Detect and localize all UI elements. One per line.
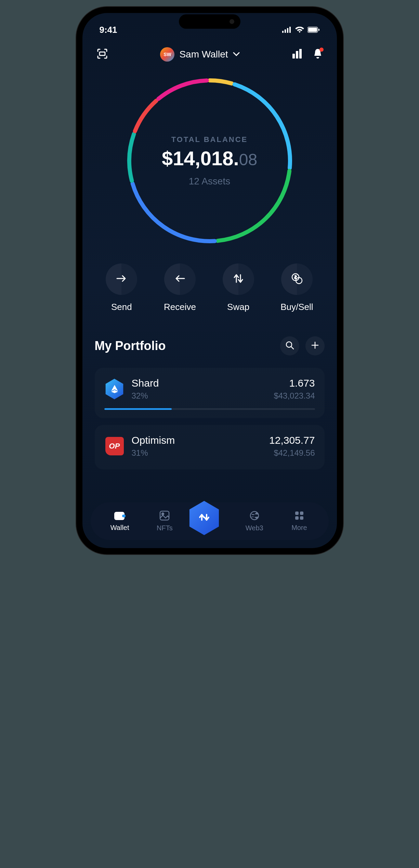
globe-icon	[249, 516, 260, 522]
wallet-name: Sam Wallet	[179, 49, 228, 60]
portfolio-title: My Portfolio	[95, 339, 166, 353]
action-label: Swap	[223, 302, 254, 312]
nav-swap-center[interactable]	[187, 507, 232, 535]
balance-ring: TOTAL BALANCE $14,018.08 12 Assets	[124, 75, 295, 246]
receive-button[interactable]: Receive	[164, 263, 196, 312]
stats-button[interactable]	[291, 48, 302, 61]
svg-point-11	[292, 274, 299, 281]
battery-icon	[307, 25, 320, 35]
action-label: Buy/Sell	[280, 302, 313, 312]
optimism-icon: OP	[104, 436, 125, 456]
asset-name: Shard	[132, 377, 267, 389]
svg-rect-10	[299, 49, 302, 59]
shard-icon	[104, 379, 125, 399]
asset-pct: 32%	[132, 391, 267, 401]
svg-rect-22	[300, 516, 303, 520]
svg-rect-8	[292, 54, 295, 59]
nav-web3[interactable]: Web3	[232, 510, 277, 532]
search-icon	[285, 341, 294, 351]
bottom-nav: Wallet NFTs Web3 More	[91, 502, 329, 540]
add-button[interactable]	[305, 336, 325, 355]
phone-frame: 9:41 SW Sam Wallet	[76, 7, 343, 554]
balance-label: TOTAL BALANCE	[162, 135, 257, 144]
assets-count: 12 Assets	[162, 176, 257, 187]
asset-usd: $42,149.56	[269, 448, 315, 458]
svg-rect-9	[296, 51, 298, 59]
coin-icon	[291, 273, 303, 286]
search-button[interactable]	[280, 336, 299, 355]
svg-rect-15	[122, 515, 126, 517]
swap-center-icon	[197, 510, 211, 526]
action-label: Send	[106, 302, 137, 312]
app-header: SW Sam Wallet	[82, 37, 337, 68]
nav-label: NFTs	[142, 524, 187, 532]
balance-amount: $14,018.08	[162, 147, 257, 170]
svg-rect-21	[295, 516, 299, 520]
scan-button[interactable]	[96, 48, 108, 61]
plus-icon	[311, 341, 319, 351]
phone-notch	[179, 14, 240, 29]
signal-icon	[282, 25, 292, 35]
buy-sell-button[interactable]: Buy/Sell	[280, 263, 313, 312]
svg-rect-5	[308, 28, 317, 32]
action-label: Receive	[164, 302, 196, 312]
wallet-selector[interactable]: SW Sam Wallet	[160, 47, 239, 62]
nav-wallet[interactable]: Wallet	[97, 511, 142, 532]
svg-point-17	[162, 513, 164, 515]
chevron-down-icon	[233, 51, 240, 57]
asset-qty: 12,305.77	[269, 435, 315, 446]
nav-nfts[interactable]: NFTs	[142, 510, 187, 532]
phone-screen: 9:41 SW Sam Wallet	[82, 13, 337, 548]
svg-rect-1	[285, 29, 286, 33]
swap-button[interactable]: Swap	[223, 263, 254, 312]
asset-card-shard[interactable]: Shard 32% 1.673 $43,023.34	[95, 368, 325, 418]
svg-rect-6	[318, 29, 319, 31]
nav-label: Wallet	[97, 524, 142, 532]
svg-rect-2	[287, 28, 288, 33]
swap-icon	[234, 273, 243, 285]
arrow-left-icon	[175, 275, 185, 283]
wallet-icon	[114, 516, 126, 521]
actions-row: Send Receive Swap Buy/Sell	[82, 246, 337, 319]
asset-card-optimism[interactable]: OP Optimism 31% 12,305.77 $42,149.56	[95, 425, 325, 469]
asset-bar	[104, 408, 315, 410]
image-icon	[159, 516, 170, 522]
send-button[interactable]: Send	[106, 263, 137, 312]
status-indicators	[282, 25, 320, 35]
portfolio-section: My Portfolio Shar	[82, 319, 337, 469]
notification-badge	[319, 48, 324, 52]
notifications-button[interactable]	[313, 48, 323, 61]
svg-rect-20	[300, 511, 303, 515]
asset-name: Optimism	[132, 435, 263, 446]
asset-pct: 31%	[132, 448, 263, 458]
grid-icon	[294, 516, 304, 521]
svg-rect-0	[282, 31, 284, 33]
status-time: 9:41	[100, 25, 117, 35]
arrow-right-icon	[116, 275, 127, 283]
wallet-avatar: SW	[160, 47, 174, 62]
nav-label: Web3	[232, 524, 277, 532]
svg-rect-3	[289, 27, 291, 33]
nav-more[interactable]: More	[277, 511, 322, 532]
asset-usd: $43,023.34	[274, 391, 315, 401]
svg-rect-7	[100, 52, 105, 55]
svg-rect-19	[295, 511, 299, 515]
asset-qty: 1.673	[274, 377, 315, 389]
wifi-icon	[295, 25, 304, 35]
nav-label: More	[277, 524, 322, 532]
